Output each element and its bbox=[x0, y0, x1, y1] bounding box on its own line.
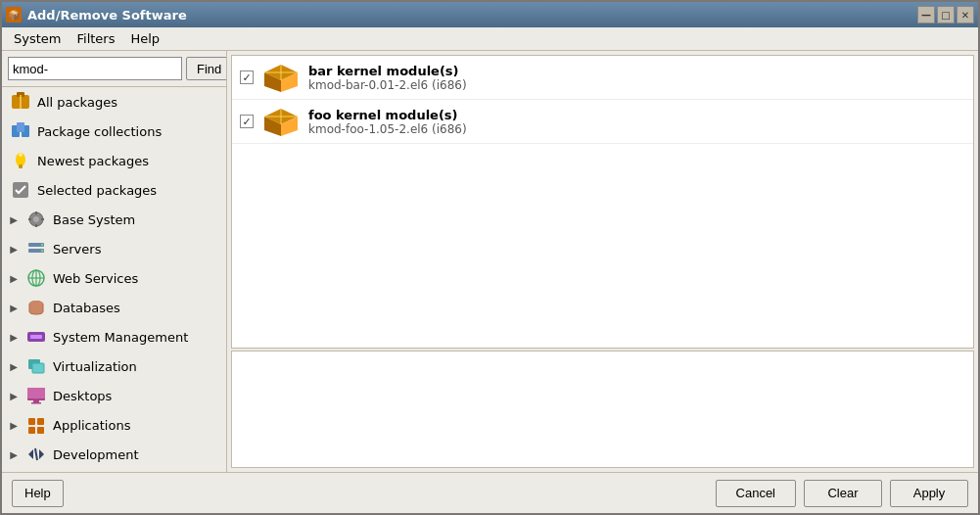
virtualization-icon bbox=[25, 355, 47, 377]
close-button[interactable]: ✕ bbox=[957, 6, 974, 23]
web-services-arrow: ▶ bbox=[8, 272, 20, 284]
menu-system[interactable]: System bbox=[6, 29, 69, 48]
cancel-button[interactable]: Cancel bbox=[716, 480, 796, 507]
sidebar-item-newest-packages[interactable]: Newest packages bbox=[2, 146, 226, 175]
package-icon-0 bbox=[261, 62, 301, 93]
package-name-1: foo kernel module(s) bbox=[308, 108, 467, 122]
description-area bbox=[231, 351, 974, 468]
svg-rect-15 bbox=[41, 218, 44, 220]
find-button[interactable]: Find bbox=[186, 57, 227, 80]
menubar: System Filters Help bbox=[2, 27, 978, 51]
help-button[interactable]: Help bbox=[12, 480, 64, 507]
minimize-button[interactable]: — bbox=[917, 6, 935, 23]
sidebar-item-servers[interactable]: ▶ Servers bbox=[2, 234, 226, 263]
bottom-left: Help bbox=[12, 480, 64, 507]
package-icon-1 bbox=[261, 106, 301, 137]
sidebar-item-base-system[interactable]: ▶ Base System bbox=[2, 205, 226, 234]
system-management-icon bbox=[25, 326, 47, 348]
svg-line-40 bbox=[35, 448, 37, 460]
svg-rect-13 bbox=[35, 224, 37, 227]
package-info-1: foo kernel module(s) kmod-foo-1.05-2.el6… bbox=[308, 108, 467, 136]
search-bar: Find bbox=[2, 51, 226, 87]
svg-rect-33 bbox=[31, 402, 41, 404]
databases-arrow: ▶ bbox=[8, 302, 20, 313]
svg-rect-7 bbox=[19, 164, 23, 168]
search-input[interactable] bbox=[8, 57, 182, 80]
menu-filters[interactable]: Filters bbox=[69, 29, 122, 48]
menu-help[interactable]: Help bbox=[122, 29, 167, 48]
desktops-arrow: ▶ bbox=[8, 390, 20, 401]
window-title: Add/Remove Software bbox=[27, 8, 187, 23]
package-version-1: kmod-foo-1.05-2.el6 (i686) bbox=[308, 122, 467, 136]
sidebar-label-newest-packages: Newest packages bbox=[37, 154, 149, 168]
svg-rect-36 bbox=[28, 427, 35, 434]
sidebar-item-system-management[interactable]: ▶ System Management bbox=[2, 322, 226, 351]
bottom-bar: Help Cancel Clear Apply bbox=[2, 472, 978, 513]
svg-rect-31 bbox=[27, 388, 45, 398]
svg-point-25 bbox=[29, 301, 43, 306]
svg-marker-39 bbox=[39, 449, 44, 459]
svg-rect-27 bbox=[30, 335, 42, 339]
svg-rect-14 bbox=[28, 218, 31, 220]
svg-rect-29 bbox=[32, 363, 44, 373]
svg-rect-12 bbox=[35, 211, 37, 214]
system-management-arrow: ▶ bbox=[8, 331, 20, 343]
sidebar-item-package-collections[interactable]: Package collections bbox=[2, 117, 226, 146]
sidebar-item-applications[interactable]: ▶ Applications bbox=[2, 410, 226, 440]
svg-rect-34 bbox=[28, 418, 35, 425]
sidebar-label-web-services: Web Services bbox=[53, 271, 138, 286]
servers-icon bbox=[25, 238, 47, 259]
sidebar-label-desktops: Desktops bbox=[53, 389, 112, 403]
sidebar-label-all-packages: All packages bbox=[37, 95, 117, 110]
table-row: foo kernel module(s) kmod-foo-1.05-2.el6… bbox=[232, 100, 973, 144]
sidebar-item-desktops[interactable]: ▶ Desktops bbox=[2, 381, 226, 410]
sidebar-item-web-services[interactable]: ▶ Web Services bbox=[2, 263, 226, 293]
package-version-0: kmod-bar-0.01-2.el6 (i686) bbox=[308, 78, 467, 92]
titlebar-left: 📦 Add/Remove Software bbox=[6, 7, 187, 23]
package-list: bar kernel module(s) kmod-bar-0.01-2.el6… bbox=[231, 55, 974, 349]
sidebar-label-selected-packages: Selected packages bbox=[37, 183, 157, 198]
sidebar-item-selected-packages[interactable]: Selected packages bbox=[2, 175, 226, 205]
web-services-icon bbox=[25, 267, 47, 289]
sidebar-item-databases[interactable]: ▶ Databases bbox=[2, 293, 226, 322]
table-row: bar kernel module(s) kmod-bar-0.01-2.el6… bbox=[232, 56, 973, 100]
svg-rect-37 bbox=[37, 427, 44, 434]
svg-point-19 bbox=[41, 250, 43, 252]
package-checkbox-0[interactable] bbox=[240, 70, 254, 84]
development-arrow: ▶ bbox=[8, 448, 20, 460]
svg-rect-35 bbox=[37, 418, 44, 425]
sidebar-item-virtualization[interactable]: ▶ Virtualization bbox=[2, 351, 226, 381]
package-collections-icon bbox=[10, 120, 31, 142]
sidebar-label-virtualization: Virtualization bbox=[53, 359, 137, 374]
development-icon bbox=[25, 444, 47, 465]
package-name-0: bar kernel module(s) bbox=[308, 64, 467, 78]
base-system-arrow: ▶ bbox=[8, 213, 20, 225]
sidebar-label-package-collections: Package collections bbox=[37, 124, 162, 139]
sidebar-label-servers: Servers bbox=[53, 242, 101, 257]
svg-point-8 bbox=[19, 153, 23, 157]
selected-packages-icon bbox=[10, 179, 31, 201]
sidebar: Find All packages bbox=[2, 51, 227, 472]
sidebar-label-applications: Applications bbox=[53, 418, 130, 433]
svg-rect-32 bbox=[33, 400, 39, 402]
package-checkbox-1[interactable] bbox=[240, 115, 254, 128]
maximize-button[interactable]: □ bbox=[937, 6, 955, 23]
applications-arrow: ▶ bbox=[8, 419, 20, 431]
sidebar-item-all-packages[interactable]: All packages bbox=[2, 87, 226, 117]
sidebar-label-databases: Databases bbox=[53, 301, 120, 315]
sidebar-label-development: Development bbox=[53, 447, 139, 462]
bottom-right: Cancel Clear Apply bbox=[716, 480, 968, 507]
newest-packages-icon bbox=[10, 150, 31, 171]
applications-icon bbox=[25, 414, 47, 436]
svg-point-18 bbox=[41, 244, 43, 246]
svg-rect-5 bbox=[17, 122, 24, 132]
servers-arrow: ▶ bbox=[8, 243, 20, 255]
clear-button[interactable]: Clear bbox=[804, 480, 882, 507]
window-controls: — □ ✕ bbox=[917, 6, 974, 23]
base-system-icon bbox=[25, 209, 47, 230]
all-packages-icon bbox=[10, 91, 31, 113]
package-info-0: bar kernel module(s) kmod-bar-0.01-2.el6… bbox=[308, 64, 467, 92]
svg-marker-38 bbox=[28, 449, 33, 459]
apply-button[interactable]: Apply bbox=[890, 480, 968, 507]
sidebar-item-development[interactable]: ▶ Development bbox=[2, 440, 226, 469]
